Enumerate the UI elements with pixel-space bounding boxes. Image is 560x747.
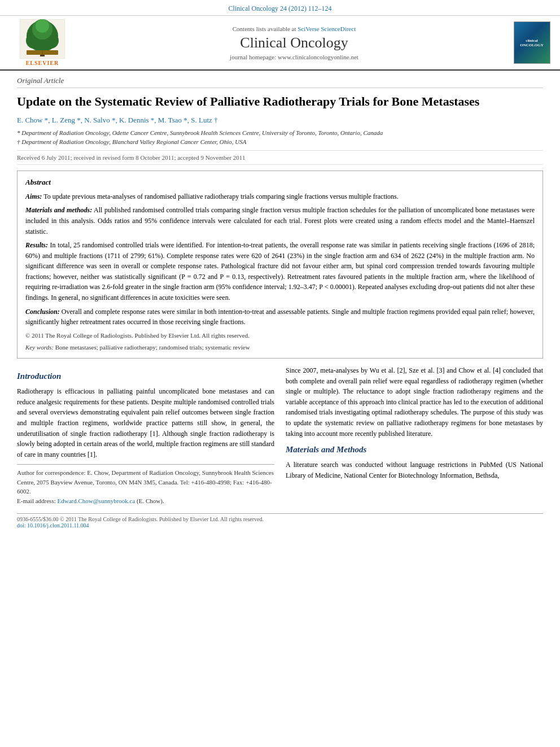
elsevier-logo: ELSEVIER <box>20 19 65 66</box>
methods-heading: Materials and Methods <box>286 443 543 456</box>
svg-point-6 <box>36 19 49 33</box>
email-label: E-mail address: <box>17 497 56 504</box>
results-text: In total, 25 randomised controlled trial… <box>25 241 535 302</box>
article-dates: Received 6 July 2011; received in revise… <box>17 150 543 165</box>
col-right: Since 2007, meta-analyses by Wu et al. [… <box>286 365 543 505</box>
keywords-line: Key words: Bone metastases; palliative r… <box>25 343 535 352</box>
footer-doi: doi: 10.1016/j.clon.2011.11.004 <box>17 522 543 528</box>
article-title: Update on the Systematic Review of Palli… <box>17 94 543 110</box>
intro-right-para-1: Since 2007, meta-analyses by Wu et al. [… <box>286 365 543 439</box>
journal-citation: Clinical Oncology 24 (2012) 112–124 <box>229 5 332 12</box>
email-suffix: (E. Chow). <box>137 497 164 504</box>
abstract-box: Abstract Aims: To update previous meta-a… <box>17 171 543 359</box>
keywords-text: Bone metastases; palliative radiotherapy… <box>55 344 250 351</box>
aims-label: Aims: <box>25 193 42 200</box>
journal-homepage: journal homepage: www.clinicaloncologyon… <box>85 54 504 60</box>
doi-value[interactable]: 10.1016/j.clon.2011.11.004 <box>27 522 89 528</box>
footer-issn: 0936-6555/$36.00 © 2011 The Royal Colleg… <box>17 516 543 522</box>
cover-text: clinicalONCOLOGY <box>520 38 544 47</box>
footer-left: 0936-6555/$36.00 © 2011 The Royal Colleg… <box>17 516 543 528</box>
aims-text: To update previous meta-analyses of rand… <box>43 193 399 200</box>
methods-text-1: A literature search was conducted withou… <box>286 461 543 479</box>
sciverse-line: Contents lists available at SciVerse Sci… <box>85 25 504 32</box>
abstract-aims: Aims: To update previous meta-analyses o… <box>25 191 535 202</box>
doi-label: doi: <box>17 522 26 528</box>
abstract-methods: Materials and methods: All published ran… <box>25 205 535 237</box>
author-list: E. Chow *, L. Zeng *, N. Salvo *, K. Den… <box>17 116 218 124</box>
journal-cover-thumbnail: clinicalONCOLOGY <box>514 21 550 64</box>
page-footer: 0936-6555/$36.00 © 2011 The Royal Colleg… <box>17 513 543 528</box>
journal-title-banner: Clinical Oncology <box>85 34 504 51</box>
mm-text: All published randomised controlled tria… <box>25 206 535 235</box>
elsevier-tree-icon <box>20 19 65 59</box>
journal-banner: ELSEVIER Contents lists available at Sci… <box>0 16 560 71</box>
journal-banner-right: clinicalONCOLOGY <box>509 21 554 64</box>
footnotes: Author for correspondence: E. Chow, Depa… <box>17 464 274 505</box>
affiliation-2: † Department of Radiation Oncology, Blan… <box>17 137 543 147</box>
sciverse-link[interactable]: SciVerse ScienceDirect <box>298 25 356 32</box>
authors: E. Chow *, L. Zeng *, N. Salvo *, K. Den… <box>17 116 543 125</box>
intro-para-1: Radiotherapy is efficacious in palliatin… <box>17 386 274 460</box>
col-left: Introduction Radiotherapy is efficacious… <box>17 365 274 505</box>
journal-banner-center: Contents lists available at SciVerse Sci… <box>79 25 509 60</box>
conclusion-label: Conclusion: <box>25 308 60 316</box>
article-type: Original Article <box>17 76 543 88</box>
journal-banner-left: ELSEVIER <box>6 19 79 66</box>
affiliations: * Department of Radiation Oncology, Odet… <box>17 128 543 147</box>
introduction-heading: Introduction <box>17 370 274 383</box>
elsevier-wordmark: ELSEVIER <box>26 60 59 66</box>
conclusion-text: Overall and complete response rates were… <box>25 308 535 326</box>
two-column-body: Introduction Radiotherapy is efficacious… <box>17 365 543 505</box>
intro-text-1: Radiotherapy is efficacious in palliatin… <box>17 387 274 458</box>
abstract-conclusion: Conclusion: Overall and complete respons… <box>25 307 535 327</box>
correspondence-note: Author for correspondence: E. Chow, Depa… <box>17 468 274 496</box>
email-note: E-mail address: Edward.Chow@sunnybrook.c… <box>17 496 274 506</box>
abstract-title: Abstract <box>25 177 535 188</box>
affiliation-1: * Department of Radiation Oncology, Odet… <box>17 128 543 138</box>
email-address[interactable]: Edward.Chow@sunnybrook.ca <box>57 497 135 504</box>
methods-para-1: A literature search was conducted withou… <box>286 460 543 480</box>
mm-label: Materials and methods: <box>25 206 92 214</box>
abstract-results: Results: In total, 25 randomised control… <box>25 240 535 303</box>
page-wrapper: Clinical Oncology 24 (2012) 112–124 <box>0 0 560 534</box>
results-label: Results: <box>25 241 48 249</box>
intro-right-text-1: Since 2007, meta-analyses by Wu et al. [… <box>286 366 543 438</box>
copyright-line: © 2011 The Royal College of Radiologists… <box>25 331 535 340</box>
content-area: Original Article Update on the Systemati… <box>0 71 560 534</box>
journal-top-bar: Clinical Oncology 24 (2012) 112–124 <box>0 0 560 16</box>
keywords-label: Key words: <box>25 344 54 351</box>
